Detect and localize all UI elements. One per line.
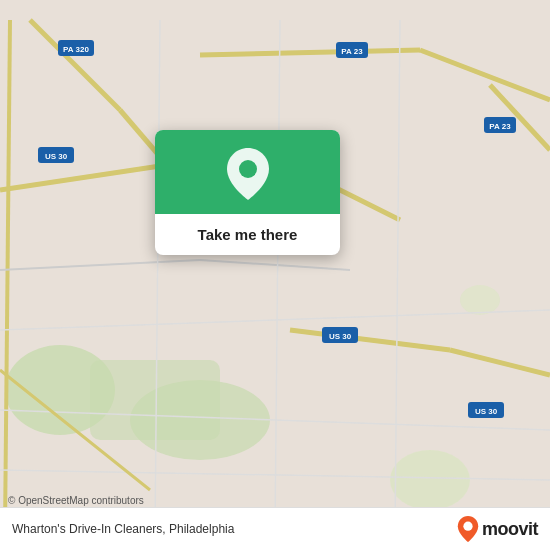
svg-text:US 30: US 30 <box>475 407 498 416</box>
svg-point-40 <box>239 160 257 178</box>
svg-text:PA 23: PA 23 <box>489 122 511 131</box>
moovit-pin-icon <box>457 516 479 542</box>
moovit-brand-text: moovit <box>482 519 538 540</box>
moovit-logo: moovit <box>457 516 538 542</box>
svg-text:PA 23: PA 23 <box>341 47 363 56</box>
svg-text:PA 320: PA 320 <box>63 45 89 54</box>
location-pin-icon <box>224 150 272 198</box>
osm-credit: © OpenStreetMap contributors <box>8 495 144 506</box>
location-text: Wharton's Drive-In Cleaners, Philadelphi… <box>12 522 234 536</box>
bottom-bar: Wharton's Drive-In Cleaners, Philadelphi… <box>0 507 550 550</box>
cta-card-top <box>155 130 340 214</box>
cta-card[interactable]: Take me there <box>155 130 340 255</box>
svg-text:US 30: US 30 <box>45 152 68 161</box>
svg-point-41 <box>463 522 472 531</box>
svg-text:US 30: US 30 <box>329 332 352 341</box>
map-container: PA 320 PA 23 PA 23 US 30 US 30 US 30 Ta <box>0 0 550 550</box>
take-me-there-button[interactable]: Take me there <box>182 214 314 255</box>
